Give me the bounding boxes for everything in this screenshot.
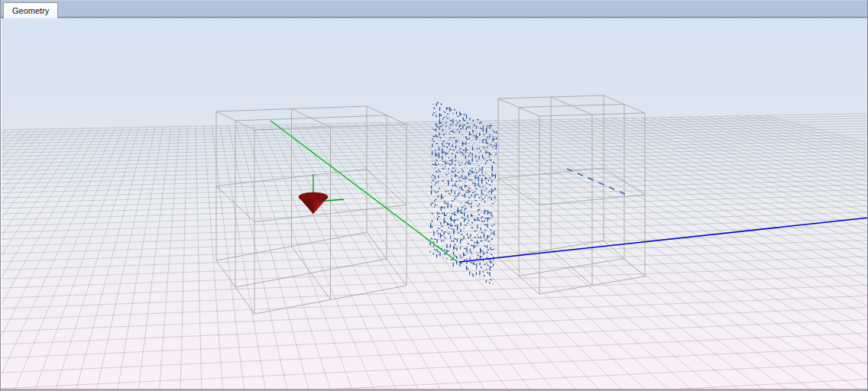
cone-top	[299, 192, 328, 202]
tab-geometry[interactable]: Geometry	[3, 2, 58, 18]
geometry-canvas[interactable]	[1, 18, 868, 389]
application-window: Geometry	[0, 0, 868, 391]
tab-bar: Geometry	[1, 0, 867, 18]
viewport-3d[interactable]	[1, 18, 868, 389]
